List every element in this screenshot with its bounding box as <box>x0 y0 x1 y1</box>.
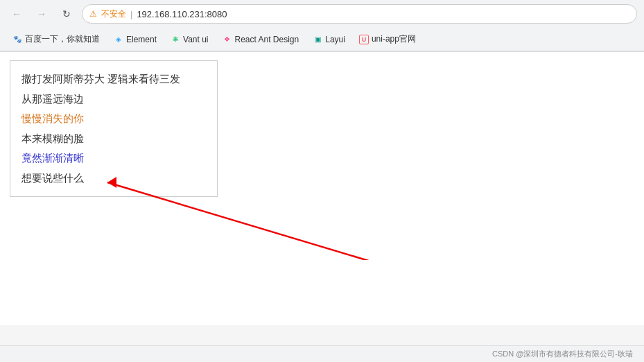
line-1: 撒打发阿斯蒂芬大 逻辑来看待三发 <box>21 69 206 89</box>
element-icon: ◈ <box>114 35 123 44</box>
uni-app-icon: U <box>359 35 369 44</box>
bookmark-vant-label: Vant ui <box>183 35 208 44</box>
bookmark-vant[interactable]: ❋ Vant ui <box>165 33 214 46</box>
layui-icon: ▣ <box>313 35 322 44</box>
back-button[interactable]: ← <box>7 4 26 24</box>
bookmark-react-ant-label: React Ant Design <box>235 35 299 44</box>
address-separator: | <box>130 9 132 19</box>
react-ant-icon: ❖ <box>223 35 232 44</box>
address-bar[interactable]: ⚠ 不安全 | 192.168.110.231:8080 <box>82 4 637 24</box>
nav-bar: ← → ↻ ⚠ 不安全 | 192.168.110.231:8080 <box>0 0 644 28</box>
footer: CSDN @深圳市有德者科技有限公司-耿瑞 <box>0 345 644 362</box>
bookmark-element-label: Element <box>126 35 157 44</box>
footer-text: CSDN @深圳市有德者科技有限公司-耿瑞 <box>492 349 633 359</box>
line-2: 从那遥远海边 <box>21 89 206 110</box>
content-box: 撒打发阿斯蒂芬大 逻辑来看待三发 从那遥远海边 慢慢消失的你 本来模糊的脸 竟然… <box>10 60 218 197</box>
line-4: 本来模糊的脸 <box>21 129 206 149</box>
forward-button[interactable]: → <box>32 4 51 24</box>
warning-icon: ⚠ <box>89 9 97 19</box>
bookmarks-bar: 🐾 百度一下，你就知道 ◈ Element ❋ Vant ui ❖ React … <box>0 28 644 51</box>
bookmark-react-ant[interactable]: ❖ React Ant Design <box>217 33 305 46</box>
vant-icon: ❋ <box>171 35 180 44</box>
bookmark-layui-label: Layui <box>325 35 345 44</box>
bookmark-layui[interactable]: ▣ Layui <box>307 33 351 46</box>
bookmark-element[interactable]: ◈ Element <box>108 33 162 46</box>
browser-chrome: ← → ↻ ⚠ 不安全 | 192.168.110.231:8080 🐾 百度一… <box>0 0 644 52</box>
bookmark-uni-app[interactable]: U uni-app官网 <box>354 31 421 47</box>
baidu-icon: 🐾 <box>12 35 22 44</box>
line-5: 竟然渐渐清晰 <box>21 148 206 169</box>
bookmark-uni-app-label: uni-app官网 <box>372 33 416 45</box>
bookmark-baidu[interactable]: 🐾 百度一下，你就知道 <box>7 31 105 47</box>
page-content: 撒打发阿斯蒂芬大 逻辑来看待三发 从那遥远海边 慢慢消失的你 本来模糊的脸 竟然… <box>0 52 644 325</box>
warning-label: 不安全 <box>101 8 126 20</box>
line-6: 想要说些什么 <box>21 169 206 189</box>
refresh-button[interactable]: ↻ <box>57 4 76 24</box>
line-3: 慢慢消失的你 <box>21 109 206 129</box>
address-text: 192.168.110.231:8080 <box>137 9 227 19</box>
bookmark-baidu-label: 百度一下，你就知道 <box>25 33 100 45</box>
